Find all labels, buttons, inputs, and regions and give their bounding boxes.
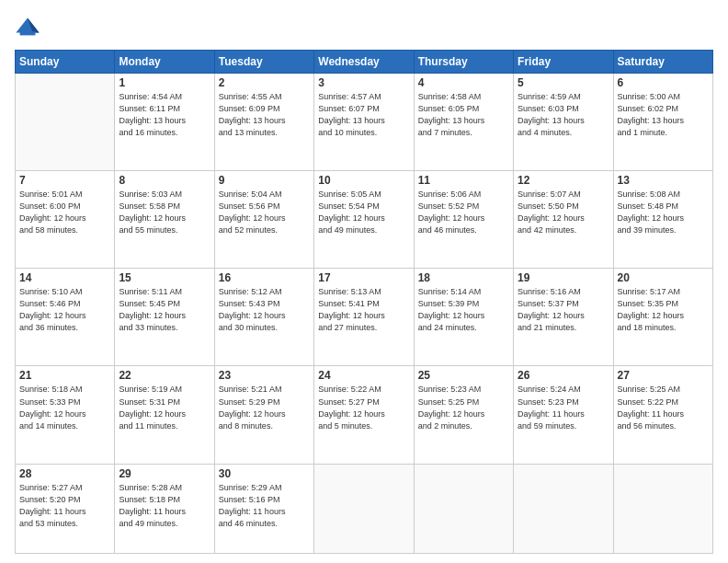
weekday-header-thursday: Thursday <box>414 51 513 74</box>
day-number: 28 <box>19 467 110 480</box>
day-number: 29 <box>119 467 210 480</box>
calendar-cell: 24Sunrise: 5:22 AM Sunset: 5:27 PM Dayli… <box>314 366 414 464</box>
day-info: Sunrise: 5:12 AM Sunset: 5:43 PM Dayligh… <box>219 286 310 334</box>
calendar-cell <box>414 464 513 553</box>
calendar-cell: 3Sunrise: 4:57 AM Sunset: 6:07 PM Daylig… <box>314 74 414 171</box>
calendar-cell: 9Sunrise: 5:04 AM Sunset: 5:56 PM Daylig… <box>214 171 313 269</box>
day-number: 11 <box>418 174 509 187</box>
calendar-cell: 13Sunrise: 5:08 AM Sunset: 5:48 PM Dayli… <box>613 171 712 269</box>
calendar-cell: 4Sunrise: 4:58 AM Sunset: 6:05 PM Daylig… <box>414 74 513 171</box>
day-info: Sunrise: 5:22 AM Sunset: 5:27 PM Dayligh… <box>318 384 409 431</box>
day-info: Sunrise: 5:13 AM Sunset: 5:41 PM Dayligh… <box>318 286 409 334</box>
week-row-1: 1Sunrise: 4:54 AM Sunset: 6:11 PM Daylig… <box>16 74 713 171</box>
day-number: 5 <box>518 76 609 89</box>
weekday-header-saturday: Saturday <box>613 51 712 74</box>
calendar-cell: 20Sunrise: 5:17 AM Sunset: 5:35 PM Dayli… <box>613 269 712 366</box>
day-number: 21 <box>19 369 110 382</box>
day-number: 12 <box>518 174 609 187</box>
week-row-3: 14Sunrise: 5:10 AM Sunset: 5:46 PM Dayli… <box>16 269 713 366</box>
calendar-cell: 1Sunrise: 4:54 AM Sunset: 6:11 PM Daylig… <box>115 74 214 171</box>
day-number: 7 <box>19 174 110 187</box>
day-info: Sunrise: 5:17 AM Sunset: 5:35 PM Dayligh… <box>618 286 709 334</box>
day-info: Sunrise: 5:07 AM Sunset: 5:50 PM Dayligh… <box>518 189 609 236</box>
calendar-cell: 30Sunrise: 5:29 AM Sunset: 5:16 PM Dayli… <box>214 464 313 553</box>
day-number: 3 <box>318 76 409 89</box>
day-info: Sunrise: 5:27 AM Sunset: 5:20 PM Dayligh… <box>19 482 110 530</box>
day-info: Sunrise: 5:18 AM Sunset: 5:33 PM Dayligh… <box>19 384 110 431</box>
day-info: Sunrise: 5:08 AM Sunset: 5:48 PM Dayligh… <box>618 189 709 236</box>
day-info: Sunrise: 5:06 AM Sunset: 5:52 PM Dayligh… <box>418 189 509 236</box>
day-info: Sunrise: 4:59 AM Sunset: 6:03 PM Dayligh… <box>518 91 609 139</box>
day-number: 20 <box>618 271 709 284</box>
day-number: 6 <box>618 76 709 89</box>
calendar-cell: 22Sunrise: 5:19 AM Sunset: 5:31 PM Dayli… <box>115 366 214 464</box>
day-info: Sunrise: 5:14 AM Sunset: 5:39 PM Dayligh… <box>418 286 509 334</box>
svg-rect-2 <box>20 31 36 35</box>
calendar-table: SundayMondayTuesdayWednesdayThursdayFrid… <box>15 50 713 554</box>
day-number: 30 <box>219 467 310 480</box>
calendar-cell <box>613 464 712 553</box>
calendar-cell: 15Sunrise: 5:11 AM Sunset: 5:45 PM Dayli… <box>115 269 214 366</box>
weekday-header-wednesday: Wednesday <box>314 51 414 74</box>
calendar-cell: 2Sunrise: 4:55 AM Sunset: 6:09 PM Daylig… <box>214 74 313 171</box>
calendar-cell: 21Sunrise: 5:18 AM Sunset: 5:33 PM Dayli… <box>16 366 115 464</box>
day-info: Sunrise: 5:11 AM Sunset: 5:45 PM Dayligh… <box>119 286 210 334</box>
week-row-4: 21Sunrise: 5:18 AM Sunset: 5:33 PM Dayli… <box>16 366 713 464</box>
main-container: SundayMondayTuesdayWednesdayThursdayFrid… <box>0 0 728 563</box>
day-info: Sunrise: 4:54 AM Sunset: 6:11 PM Dayligh… <box>119 91 210 139</box>
calendar-cell: 19Sunrise: 5:16 AM Sunset: 5:37 PM Dayli… <box>514 269 613 366</box>
day-number: 23 <box>219 369 310 382</box>
day-number: 4 <box>418 76 509 89</box>
day-info: Sunrise: 5:10 AM Sunset: 5:46 PM Dayligh… <box>19 286 110 334</box>
day-number: 1 <box>119 76 210 89</box>
weekday-header-monday: Monday <box>115 51 214 74</box>
calendar-cell: 23Sunrise: 5:21 AM Sunset: 5:29 PM Dayli… <box>214 366 313 464</box>
day-info: Sunrise: 5:29 AM Sunset: 5:16 PM Dayligh… <box>219 482 310 530</box>
day-number: 16 <box>219 271 310 284</box>
day-info: Sunrise: 5:04 AM Sunset: 5:56 PM Dayligh… <box>219 189 310 236</box>
day-info: Sunrise: 5:24 AM Sunset: 5:23 PM Dayligh… <box>518 384 609 431</box>
calendar-cell: 14Sunrise: 5:10 AM Sunset: 5:46 PM Dayli… <box>16 269 115 366</box>
calendar-cell: 29Sunrise: 5:28 AM Sunset: 5:18 PM Dayli… <box>115 464 214 553</box>
calendar-cell: 16Sunrise: 5:12 AM Sunset: 5:43 PM Dayli… <box>214 269 313 366</box>
weekday-header-tuesday: Tuesday <box>214 51 313 74</box>
day-info: Sunrise: 5:01 AM Sunset: 6:00 PM Dayligh… <box>19 189 110 236</box>
calendar-cell: 18Sunrise: 5:14 AM Sunset: 5:39 PM Dayli… <box>414 269 513 366</box>
day-number: 2 <box>219 76 310 89</box>
calendar-cell: 7Sunrise: 5:01 AM Sunset: 6:00 PM Daylig… <box>16 171 115 269</box>
day-number: 10 <box>318 174 409 187</box>
calendar-cell: 12Sunrise: 5:07 AM Sunset: 5:50 PM Dayli… <box>514 171 613 269</box>
day-number: 24 <box>318 369 409 382</box>
weekday-header-friday: Friday <box>514 51 613 74</box>
header <box>15 15 713 40</box>
day-number: 18 <box>418 271 509 284</box>
day-number: 22 <box>119 369 210 382</box>
calendar-cell: 5Sunrise: 4:59 AM Sunset: 6:03 PM Daylig… <box>514 74 613 171</box>
week-row-5: 28Sunrise: 5:27 AM Sunset: 5:20 PM Dayli… <box>16 464 713 553</box>
day-info: Sunrise: 5:25 AM Sunset: 5:22 PM Dayligh… <box>618 384 709 431</box>
calendar-cell: 28Sunrise: 5:27 AM Sunset: 5:20 PM Dayli… <box>16 464 115 553</box>
calendar-cell: 26Sunrise: 5:24 AM Sunset: 5:23 PM Dayli… <box>514 366 613 464</box>
calendar-cell <box>514 464 613 553</box>
day-info: Sunrise: 4:55 AM Sunset: 6:09 PM Dayligh… <box>219 91 310 139</box>
day-number: 9 <box>219 174 310 187</box>
day-number: 8 <box>119 174 210 187</box>
day-info: Sunrise: 4:57 AM Sunset: 6:07 PM Dayligh… <box>318 91 409 139</box>
day-number: 17 <box>318 271 409 284</box>
day-info: Sunrise: 5:28 AM Sunset: 5:18 PM Dayligh… <box>119 482 210 530</box>
day-number: 14 <box>19 271 110 284</box>
week-row-2: 7Sunrise: 5:01 AM Sunset: 6:00 PM Daylig… <box>16 171 713 269</box>
calendar-cell: 6Sunrise: 5:00 AM Sunset: 6:02 PM Daylig… <box>613 74 712 171</box>
day-info: Sunrise: 5:19 AM Sunset: 5:31 PM Dayligh… <box>119 384 210 431</box>
calendar-cell: 11Sunrise: 5:06 AM Sunset: 5:52 PM Dayli… <box>414 171 513 269</box>
day-info: Sunrise: 5:05 AM Sunset: 5:54 PM Dayligh… <box>318 189 409 236</box>
calendar-cell: 25Sunrise: 5:23 AM Sunset: 5:25 PM Dayli… <box>414 366 513 464</box>
day-info: Sunrise: 5:00 AM Sunset: 6:02 PM Dayligh… <box>618 91 709 139</box>
calendar-cell: 8Sunrise: 5:03 AM Sunset: 5:58 PM Daylig… <box>115 171 214 269</box>
day-number: 25 <box>418 369 509 382</box>
calendar-cell: 10Sunrise: 5:05 AM Sunset: 5:54 PM Dayli… <box>314 171 414 269</box>
day-info: Sunrise: 5:21 AM Sunset: 5:29 PM Dayligh… <box>219 384 310 431</box>
calendar-cell: 17Sunrise: 5:13 AM Sunset: 5:41 PM Dayli… <box>314 269 414 366</box>
day-number: 15 <box>119 271 210 284</box>
day-number: 19 <box>518 271 609 284</box>
